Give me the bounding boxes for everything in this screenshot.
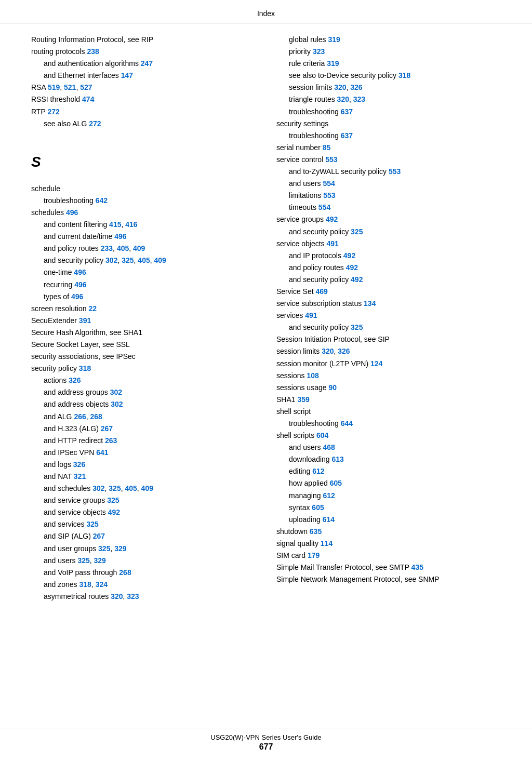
index-entry: security associations, see IPSec xyxy=(31,351,256,363)
index-entry: types of 496 xyxy=(31,291,256,303)
index-entry: editing 612 xyxy=(276,465,501,477)
index-entry: and services 325 xyxy=(31,518,256,530)
index-entry: and policy routes 233, 405, 409 xyxy=(31,243,256,255)
index-entry: limitations 553 xyxy=(276,190,501,202)
index-entry: Session Initiation Protocol, see SIP xyxy=(276,333,501,345)
index-entry: and zones 318, 324 xyxy=(31,579,256,591)
spacer xyxy=(31,176,256,183)
index-entry: session monitor (L2TP VPN) 124 xyxy=(276,358,501,370)
index-entry: Simple Mail Transfer Protocol, see SMTP … xyxy=(276,562,501,573)
index-entry: SecuExtender 391 xyxy=(31,315,256,327)
page-footer: USG20(W)-VPN Series User's Guide 677 xyxy=(0,728,532,761)
index-entry: downloading 613 xyxy=(276,453,501,465)
index-entry: and IPSec VPN 641 xyxy=(31,447,256,459)
index-entry: service subscription status 134 xyxy=(276,298,501,310)
right-column: global rules 319priority 323rule criteri… xyxy=(276,34,501,603)
index-entry: Simple Network Management Protocol, see … xyxy=(276,573,501,585)
index-entry: one-time 496 xyxy=(31,266,256,278)
index-entry: services 491 xyxy=(276,310,501,322)
index-entry: managing 612 xyxy=(276,490,501,502)
index-entry: service groups 492 xyxy=(276,213,501,225)
index-entry: Secure Socket Layer, see SSL xyxy=(31,339,256,351)
index-entry: shell script xyxy=(276,406,501,418)
index-entry: screen resolution 22 xyxy=(31,303,256,315)
index-entry: Routing Information Protocol, see RIP xyxy=(31,34,256,46)
index-entry: shutdown 635 xyxy=(276,526,501,538)
index-entry: sessions 108 xyxy=(276,370,501,382)
index-entry: actions 326 xyxy=(31,375,256,386)
index-entry: see also to-Device security policy 318 xyxy=(276,70,501,82)
index-entry: session limits 320, 326 xyxy=(276,345,501,357)
index-entry: and content filtering 415, 416 xyxy=(31,219,256,231)
index-entry: and schedules 302, 325, 405, 409 xyxy=(31,483,256,495)
index-entry: and users 554 xyxy=(276,178,501,190)
index-entry: SIM card 179 xyxy=(276,550,501,562)
index-entry: schedules 496 xyxy=(31,207,256,219)
index-entry: and security policy 325 xyxy=(276,322,501,333)
index-entry: RTP 272 xyxy=(31,106,256,118)
index-entry: uploading 614 xyxy=(276,514,501,526)
index-entry: and NAT 321 xyxy=(31,471,256,483)
index-entry: and VoIP pass through 268 xyxy=(31,567,256,579)
index-entry: and H.323 (ALG) 267 xyxy=(31,423,256,435)
index-entry: Service Set 469 xyxy=(276,286,501,298)
index-entry: how applied 605 xyxy=(276,477,501,489)
index-entry: troubleshooting 637 xyxy=(276,130,501,142)
index-entry: troubleshooting 642 xyxy=(31,195,256,207)
index-entry: and service groups 325 xyxy=(31,495,256,506)
index-entry: and SIP (ALG) 267 xyxy=(31,530,256,542)
index-entry: see also ALG 272 xyxy=(31,118,256,130)
index-entry: and logs 326 xyxy=(31,459,256,471)
index-entry: and ALG 266, 268 xyxy=(31,411,256,423)
index-entry: rule criteria 319 xyxy=(276,58,501,70)
index-entry: security settings xyxy=(276,118,501,130)
page-header: Index xyxy=(0,0,532,23)
index-entry: and current date/time 496 xyxy=(31,231,256,243)
index-entry: and service objects 492 xyxy=(31,506,256,518)
index-entry: syntax 605 xyxy=(276,502,501,514)
index-entry: and IP protocols 492 xyxy=(276,250,501,262)
index-entry: troubleshooting 637 xyxy=(276,106,501,118)
index-entry: serial number 85 xyxy=(276,142,501,154)
spacer xyxy=(31,137,256,144)
index-entry: and address groups 302 xyxy=(31,386,256,398)
index-entry: session limits 320, 326 xyxy=(276,82,501,94)
index-entry: RSA 519, 521, 527 xyxy=(31,82,256,94)
index-entry: and authentication algorithms 247 xyxy=(31,58,256,70)
index-entry: triangle routes 320, 323 xyxy=(276,94,501,105)
index-entry: timeouts 554 xyxy=(276,202,501,213)
spacer xyxy=(31,130,256,137)
index-entry: and HTTP redirect 263 xyxy=(31,435,256,447)
index-entry: signal quality 114 xyxy=(276,538,501,550)
index-entry: troubleshooting 644 xyxy=(276,418,501,430)
index-entry: priority 323 xyxy=(276,46,501,58)
index-entry: and user groups 325, 329 xyxy=(31,543,256,555)
index-entry: and security policy 302, 325, 405, 409 xyxy=(31,255,256,266)
section-letter: S xyxy=(31,154,256,170)
index-entry: and to-ZyWALL security policy 553 xyxy=(276,166,501,178)
index-entry: security policy 318 xyxy=(31,363,256,375)
left-column: Routing Information Protocol, see RIProu… xyxy=(31,34,256,603)
index-entry: routing protocols 238 xyxy=(31,46,256,58)
index-entry: service objects 491 xyxy=(276,238,501,250)
index-entry: and security policy 492 xyxy=(276,274,501,286)
index-entry: service control 553 xyxy=(276,154,501,166)
index-entry: and policy routes 492 xyxy=(276,262,501,274)
index-entry: schedule xyxy=(31,183,256,195)
index-entry: RSSI threshold 474 xyxy=(31,94,256,105)
index-entry: SHA1 359 xyxy=(276,394,501,406)
index-entry: and users 325, 329 xyxy=(31,555,256,567)
index-entry: and Ethernet interfaces 147 xyxy=(31,70,256,82)
index-entry: and address objects 302 xyxy=(31,398,256,410)
index-entry: shell scripts 604 xyxy=(276,430,501,442)
index-entry: sessions usage 90 xyxy=(276,382,501,394)
index-entry: Secure Hash Algorithm, see SHA1 xyxy=(31,327,256,339)
index-entry: recurring 496 xyxy=(31,279,256,291)
index-entry: and security policy 325 xyxy=(276,226,501,238)
index-entry: and users 468 xyxy=(276,442,501,453)
index-entry: global rules 319 xyxy=(276,34,501,46)
index-entry: asymmetrical routes 320, 323 xyxy=(31,591,256,603)
